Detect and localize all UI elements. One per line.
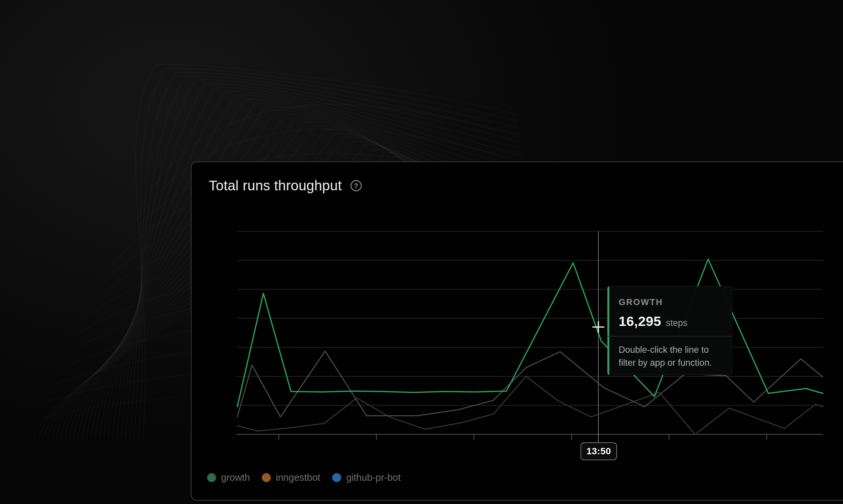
legend-item-label: growth — [221, 472, 250, 483]
chart-tooltip: GROWTH 16,295 steps Double-click the lin… — [607, 286, 732, 375]
legend-item-github-pr-bot[interactable]: github-pr-bot — [332, 472, 400, 483]
crosshair-time-chip: 13:50 — [581, 442, 617, 460]
tooltip-hint: Double-click the line to filter by app o… — [619, 343, 725, 370]
tooltip-series-label: GROWTH — [619, 297, 663, 307]
series-line-inngestbot[interactable] — [237, 351, 823, 417]
tooltip-value: 16,295 — [619, 314, 661, 329]
dashboard-page: Total runs throughput ? 11010010K100K1M1… — [0, 0, 843, 504]
card-header: Total runs throughput ? — [209, 178, 362, 194]
legend-dot-icon — [207, 473, 216, 482]
legend-dot-icon — [332, 473, 341, 482]
tooltip-unit: steps — [666, 318, 687, 328]
help-icon[interactable]: ? — [350, 180, 362, 191]
throughput-chart[interactable] — [0, 0, 843, 504]
tooltip-divider — [607, 336, 732, 337]
legend-item-label: inngestbot — [276, 472, 320, 483]
legend-item-label: github-pr-bot — [346, 472, 400, 483]
chart-legend: growthinngestbotgithub-pr-bot — [207, 472, 400, 483]
legend-item-growth[interactable]: growth — [207, 472, 250, 483]
legend-item-inngestbot[interactable]: inngestbot — [262, 472, 320, 483]
tooltip-value-row: 16,295 steps — [619, 314, 687, 329]
card-title: Total runs throughput — [209, 178, 342, 194]
legend-dot-icon — [262, 473, 271, 482]
